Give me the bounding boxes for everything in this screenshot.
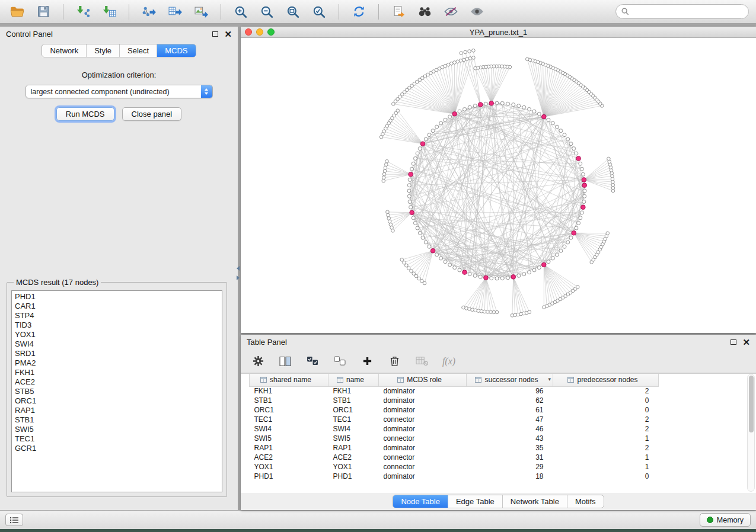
table-row[interactable]: ORC1ORC1dominator610	[250, 405, 659, 415]
panel-splitter[interactable]	[235, 259, 241, 287]
console-button[interactable]	[5, 514, 23, 526]
search-input[interactable]	[633, 7, 743, 16]
tab-mcds[interactable]: MCDS	[157, 44, 195, 57]
zoom-fit-button[interactable]	[283, 3, 303, 21]
add-column-button[interactable]	[359, 352, 375, 370]
show-hide-button[interactable]	[467, 3, 487, 21]
deselect-all-icon	[334, 356, 346, 366]
node-table-area: shared name name MCDS role successor nod…	[241, 373, 756, 493]
search-box[interactable]	[615, 4, 749, 19]
mcds-result-item[interactable]: STB1	[12, 415, 222, 425]
tab-style[interactable]: Style	[86, 44, 119, 57]
table-scrollbar-thumb[interactable]	[749, 376, 754, 432]
collapse-left-icon[interactable]	[237, 266, 240, 271]
network-window-titlebar: YPA_prune.txt_1	[241, 27, 756, 38]
window-close-button[interactable]	[245, 28, 252, 36]
tab-select[interactable]: Select	[119, 44, 157, 57]
zoom-selected-button[interactable]	[309, 3, 329, 21]
zoom-in-button[interactable]	[231, 3, 251, 21]
table-row[interactable]: STB1STB1dominator620	[250, 396, 659, 405]
float-table-panel-icon[interactable]	[731, 338, 736, 347]
criterion-dropdown[interactable]: largest connected component (undirected)	[25, 85, 213, 98]
column-type-icon	[337, 377, 343, 383]
table-row[interactable]: YOX1YOX1connector291	[250, 462, 659, 472]
trash-icon	[390, 355, 400, 367]
mcds-result-item[interactable]: STP4	[12, 311, 222, 321]
save-session-button[interactable]	[33, 3, 53, 21]
run-mcds-button[interactable]: Run MCDS	[56, 107, 114, 121]
mcds-result-item[interactable]: TEC1	[12, 434, 222, 444]
mcds-result-item[interactable]: ORC1	[12, 396, 222, 406]
delete-column-button[interactable]	[387, 352, 402, 370]
mcds-result-item[interactable]: SRD1	[12, 349, 222, 358]
tab-motifs[interactable]: Motifs	[567, 495, 604, 508]
export-table-button[interactable]	[165, 3, 185, 21]
table-row[interactable]: RAP1RAP1dominator352	[250, 443, 659, 453]
sort-caret-icon[interactable]: ▾	[548, 376, 551, 382]
column-type-icon	[397, 377, 404, 383]
memory-label: Memory	[717, 516, 744, 524]
tab-network-table[interactable]: Network Table	[502, 495, 567, 508]
search-network-button[interactable]	[414, 3, 435, 21]
mcds-result-item[interactable]: GCR1	[12, 444, 222, 453]
import-network-button[interactable]	[73, 3, 93, 21]
mcds-result-item[interactable]: RAP1	[12, 406, 222, 415]
table-row[interactable]: SWI4SWI4dominator462	[250, 424, 659, 434]
share-document-icon	[393, 5, 405, 18]
table-scrollbar[interactable]	[747, 374, 755, 492]
show-columns-button[interactable]	[277, 352, 293, 370]
tab-edge-table[interactable]: Edge Table	[448, 495, 502, 508]
mcds-result-item[interactable]: FKH1	[12, 368, 222, 377]
tab-node-table[interactable]: Node Table	[393, 495, 448, 508]
mcds-result-item[interactable]: TID3	[12, 321, 222, 330]
deselect-all-button[interactable]	[332, 352, 347, 370]
table-row[interactable]: FKH1FKH1dominator962	[250, 386, 659, 396]
export-network-button[interactable]	[139, 3, 159, 21]
column-header-shared-name[interactable]: shared name	[250, 374, 328, 386]
right-column: YPA_prune.txt_1 Table Panel ✕	[241, 27, 756, 510]
toolbar-separator	[63, 4, 63, 20]
float-panel-icon[interactable]	[212, 30, 218, 39]
zoom-out-button[interactable]	[257, 3, 277, 21]
delete-table-button-disabled[interactable]	[414, 352, 429, 370]
column-header-mcds-role[interactable]: MCDS role	[379, 374, 467, 386]
close-table-panel-icon[interactable]: ✕	[742, 338, 750, 347]
open-session-button[interactable]	[7, 3, 27, 21]
export-image-button[interactable]	[191, 3, 211, 21]
table-row[interactable]: SWI5SWI5connector431	[250, 434, 659, 443]
table-row[interactable]: TEC1TEC1connector472	[250, 415, 659, 424]
import-table-button[interactable]	[99, 3, 119, 21]
memory-button[interactable]: Memory	[700, 513, 751, 527]
mcds-result-title: MCDS result (17 nodes)	[14, 278, 101, 287]
column-header-successor-nodes[interactable]: successor nodes▾	[467, 374, 553, 386]
table-row[interactable]: ACE2ACE2connector311	[250, 453, 659, 462]
tab-network[interactable]: Network	[42, 44, 86, 57]
window-minimize-button[interactable]	[256, 28, 263, 36]
close-panel-button[interactable]: Close panel	[122, 107, 182, 121]
close-panel-icon[interactable]: ✕	[224, 30, 232, 39]
column-header-predecessor-nodes[interactable]: predecessor nodes	[553, 374, 659, 386]
mcds-result-item[interactable]: SWI4	[12, 339, 222, 349]
function-builder-button[interactable]: f(x)	[441, 352, 457, 370]
mcds-result-item[interactable]: STB5	[12, 387, 222, 396]
mcds-result-item[interactable]: CAR1	[12, 302, 222, 311]
graphics-details-button[interactable]	[441, 3, 461, 21]
mcds-result-item[interactable]: PHD1	[12, 292, 222, 302]
column-header-name[interactable]: name	[328, 374, 379, 386]
mcds-result-item[interactable]: SWI5	[12, 425, 222, 434]
expand-right-icon[interactable]	[237, 275, 240, 280]
share-document-button[interactable]	[388, 3, 409, 21]
refresh-layout-button[interactable]	[349, 3, 369, 21]
mcds-result-list[interactable]: PHD1CAR1STP4TID3YOX1SWI4SRD1PMA2FKH1ACE2…	[11, 290, 222, 492]
table-row[interactable]: PHD1PHD1dominator180	[250, 472, 659, 481]
status-bar: Memory	[0, 510, 756, 529]
table-panel: Table Panel ✕	[241, 335, 756, 510]
table-settings-button[interactable]	[250, 352, 266, 370]
mcds-result-item[interactable]: ACE2	[12, 377, 222, 387]
window-zoom-button[interactable]	[267, 28, 275, 36]
node-table-header-row: shared name name MCDS role successor nod…	[250, 374, 659, 386]
mcds-result-item[interactable]: PMA2	[12, 358, 222, 368]
select-all-button[interactable]	[305, 352, 320, 370]
mcds-result-item[interactable]: YOX1	[12, 330, 222, 339]
network-canvas[interactable]	[241, 38, 756, 333]
